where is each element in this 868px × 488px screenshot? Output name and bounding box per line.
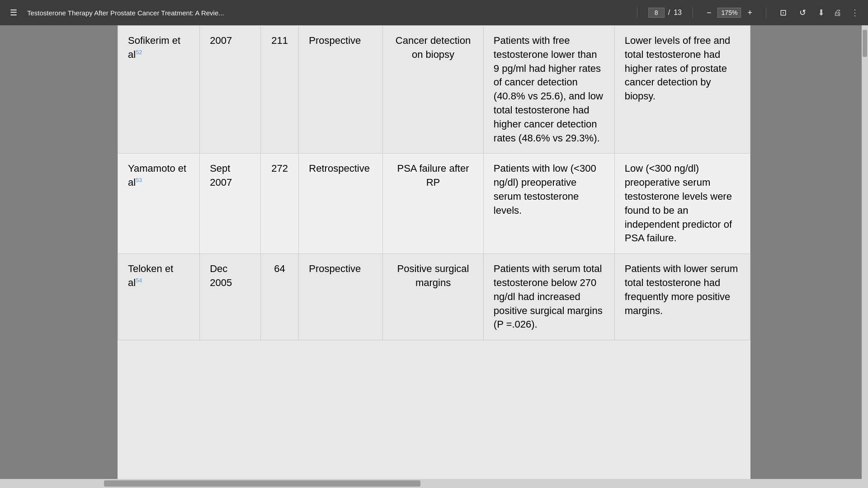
download-icon: ⬇ <box>818 8 825 17</box>
cell-outcome: Cancer detection on biopsy <box>383 26 484 154</box>
author-ref: 52 <box>136 48 142 55</box>
cell-n: 64 <box>260 254 299 340</box>
zoom-out-button[interactable]: − <box>704 6 714 19</box>
scrollbar-thumb[interactable] <box>863 30 867 57</box>
zoom-in-button[interactable]: + <box>745 6 755 19</box>
data-table: Sofikerim et al52 2007 211 Prospective C… <box>118 25 750 340</box>
cell-author: Teloken et al54 <box>118 254 200 340</box>
cell-year: Dec 2005 <box>200 254 261 340</box>
rotate-icon: ↺ <box>799 8 806 17</box>
author-ref: 53 <box>136 177 142 183</box>
cell-author: Sofikerim et al52 <box>118 26 200 154</box>
cell-outcome: Positive surgical margins <box>383 254 484 340</box>
cell-findings: Patients with low (<300 ng/dl) preoperat… <box>483 154 614 254</box>
cell-findings: Patients with free testosterone lower th… <box>483 26 614 154</box>
more-options-button[interactable]: ⋮ <box>849 6 861 19</box>
cell-conclusion: Low (<300 ng/dl) preoperative serum test… <box>614 154 750 254</box>
print-button[interactable]: 🖨 <box>832 6 844 19</box>
cell-year: Sept 2007 <box>200 154 261 254</box>
fit-page-button[interactable]: ⊡ <box>777 6 789 19</box>
cell-n: 272 <box>260 154 299 254</box>
page-separator: / <box>668 9 670 17</box>
cell-conclusion: Lower levels of free and total testoster… <box>614 26 750 154</box>
separator-3 <box>766 7 766 18</box>
page-number-input[interactable] <box>648 8 665 18</box>
menu-icon: ☰ <box>10 8 17 17</box>
page-controls: / 13 <box>648 8 682 18</box>
zoom-out-icon: − <box>707 8 712 17</box>
cell-conclusion: Patients with lower serum total testoste… <box>614 254 750 340</box>
cell-study-type: Retrospective <box>299 154 383 254</box>
fit-page-icon: ⊡ <box>780 8 787 17</box>
pdf-page: Sofikerim et al52 2007 211 Prospective C… <box>118 25 750 479</box>
zoom-level-input[interactable] <box>717 8 741 18</box>
separator-2 <box>693 7 693 18</box>
horizontal-scrollbar-thumb[interactable] <box>104 480 420 487</box>
cell-year: 2007 <box>200 26 261 154</box>
author-name: Sofikerim et al <box>128 35 180 60</box>
table-row: Yamamoto et al53 Sept 2007 272 Retrospec… <box>118 154 750 254</box>
table-row: Teloken et al54 Dec 2005 64 Prospective … <box>118 254 750 340</box>
menu-button[interactable]: ☰ <box>7 6 20 19</box>
separator-1 <box>637 7 637 18</box>
vertical-scrollbar[interactable] <box>862 25 868 479</box>
more-icon: ⋮ <box>851 8 859 17</box>
cell-study-type: Prospective <box>299 254 383 340</box>
author-name: Yamamoto et al <box>128 163 186 188</box>
author-ref: 54 <box>136 277 142 284</box>
zoom-controls: − + <box>704 6 755 19</box>
cell-study-type: Prospective <box>299 26 383 154</box>
page-total: 13 <box>674 9 682 17</box>
toolbar-right: ⬇ 🖨 ⋮ <box>816 6 861 19</box>
table-row: Sofikerim et al52 2007 211 Prospective C… <box>118 26 750 154</box>
cell-n: 211 <box>260 26 299 154</box>
toolbar: ☰ Testosterone Therapy After Prostate Ca… <box>0 0 868 25</box>
cell-author: Yamamoto et al53 <box>118 154 200 254</box>
download-button[interactable]: ⬇ <box>816 6 826 19</box>
horizontal-scrollbar[interactable] <box>0 479 868 488</box>
cell-findings: Patients with serum total testosterone b… <box>483 254 614 340</box>
content-area: Sofikerim et al52 2007 211 Prospective C… <box>0 25 868 479</box>
table-container: Sofikerim et al52 2007 211 Prospective C… <box>118 25 750 479</box>
cell-outcome: PSA failure after RP <box>383 154 484 254</box>
author-name: Teloken et al <box>128 263 173 288</box>
document-title: Testosterone Therapy After Prostate Canc… <box>27 9 626 17</box>
rotate-button[interactable]: ↺ <box>797 6 809 19</box>
zoom-in-icon: + <box>747 8 752 17</box>
print-icon: 🖨 <box>834 8 842 17</box>
